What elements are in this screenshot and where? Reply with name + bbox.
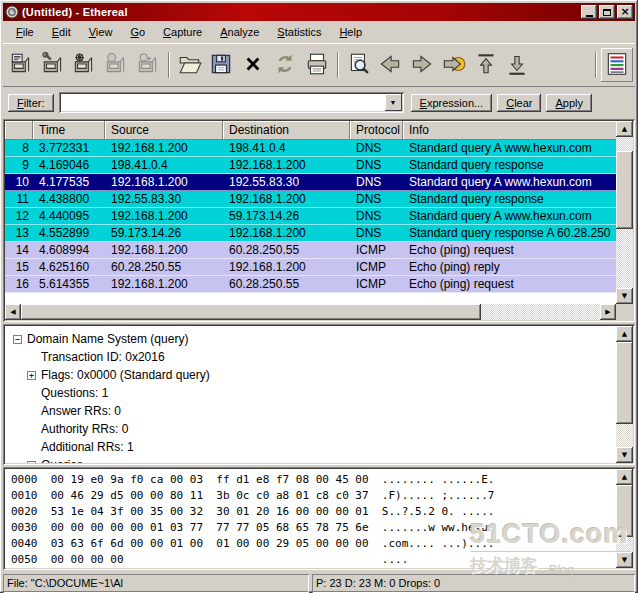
tree-line[interactable]: +Flags: 0x0000 (Standard query) <box>5 366 616 384</box>
packet-list-hscrollbar[interactable]: ◀▶ <box>5 304 616 320</box>
close-button[interactable]: × <box>617 5 633 19</box>
find-button[interactable] <box>343 48 375 82</box>
filter-input[interactable] <box>61 94 381 111</box>
scroll-track[interactable] <box>616 537 633 552</box>
expand-icon[interactable]: + <box>27 371 36 380</box>
cell-info: Standard query response A 60.28.250 <box>403 225 616 242</box>
column-header-destination[interactable]: Destination <box>223 121 350 140</box>
packet-row-15[interactable]: 154.62516060.28.250.55192.168.1.200ICMPE… <box>5 259 616 276</box>
apply-button[interactable]: Apply <box>546 94 592 112</box>
cell-time: 4.608994 <box>33 242 105 259</box>
packet-row-13[interactable]: 134.55289959.173.14.26192.168.1.200DNSSt… <box>5 225 616 242</box>
cell-source: 192.55.83.30 <box>105 191 223 208</box>
packet-list-vscrollbar[interactable]: ▲▼ <box>616 121 633 304</box>
column-header-info[interactable]: Info <box>403 121 616 140</box>
close-file-button[interactable] <box>237 48 269 82</box>
scroll-track[interactable] <box>481 304 600 320</box>
packet-row-12[interactable]: 124.440095192.168.1.20059.173.14.26DNSSt… <box>5 208 616 225</box>
cell-destination: 192.55.83.30 <box>223 174 350 191</box>
capture-start-button[interactable] <box>69 48 101 82</box>
scroll-thumb[interactable] <box>21 304 481 320</box>
filter-button[interactable]: Filter: <box>8 94 54 112</box>
collapse-icon[interactable]: − <box>13 335 22 344</box>
packet-row-16[interactable]: 165.614355192.168.1.20060.28.250.55ICMPE… <box>5 276 616 293</box>
menu-go[interactable]: Go <box>121 23 154 41</box>
goto-packet-button[interactable] <box>438 48 470 82</box>
ethereal-app-icon <box>5 5 19 19</box>
tree-line[interactable]: Additional RRs: 1 <box>5 438 616 456</box>
goto-top-button[interactable] <box>470 48 502 82</box>
column-header-no[interactable] <box>5 121 33 140</box>
cell-info: Echo (ping) request <box>403 276 616 293</box>
open-file-button[interactable] <box>174 48 206 82</box>
save-file-button[interactable] <box>206 48 238 82</box>
scroll-down-icon[interactable]: ▼ <box>616 552 633 568</box>
capture-options-button[interactable] <box>37 48 69 82</box>
cell-protocol: ICMP <box>350 242 403 259</box>
capture-stop-button <box>100 48 132 82</box>
expand-icon[interactable]: + <box>27 461 36 464</box>
titlebar[interactable]: (Untitled) - Ethereal × <box>3 3 635 21</box>
menu-help[interactable]: Help <box>330 23 371 41</box>
tree-line[interactable]: −Domain Name System (query) <box>5 330 616 348</box>
menu-edit[interactable]: Edit <box>43 23 80 41</box>
cell-protocol: DNS <box>350 225 403 242</box>
scroll-thumb[interactable] <box>616 342 633 424</box>
packet-row-9[interactable]: 94.169046198.41.0.4192.168.1.200DNSStand… <box>5 157 616 174</box>
cell-protocol: DNS <box>350 140 403 157</box>
scroll-track[interactable] <box>616 424 633 447</box>
scroll-track[interactable] <box>616 137 633 151</box>
packet-row-10[interactable]: 104.177535192.168.1.200192.55.83.30DNSSt… <box>5 174 616 191</box>
maximize-button[interactable] <box>599 5 615 19</box>
minimize-button[interactable] <box>581 5 597 19</box>
save-file-icon <box>208 51 234 80</box>
packet-row-14[interactable]: 144.608994192.168.1.20060.28.250.55ICMPE… <box>5 242 616 259</box>
scroll-up-icon[interactable]: ▲ <box>616 469 633 485</box>
filter-dropdown-arrow-icon[interactable]: ▼ <box>385 94 402 111</box>
menu-analyze[interactable]: Analyze <box>211 23 268 41</box>
scroll-thumb[interactable] <box>616 485 633 537</box>
detail-vscrollbar[interactable]: ▲▼ <box>616 326 633 463</box>
tree-line[interactable]: +Queries <box>5 456 616 463</box>
scroll-right-icon[interactable]: ▶ <box>600 304 616 320</box>
menu-capture[interactable]: Capture <box>154 23 211 41</box>
go-back-button[interactable] <box>374 48 406 82</box>
hex-line-0050: 0050 00 00 00 00 .... <box>11 552 616 568</box>
go-forward-button[interactable] <box>406 48 438 82</box>
tree-line[interactable]: Transaction ID: 0x2016 <box>5 348 616 366</box>
tree-line[interactable]: Answer RRs: 0 <box>5 402 616 420</box>
scroll-thumb[interactable] <box>616 151 633 229</box>
print-button[interactable] <box>301 48 333 82</box>
reload-button[interactable] <box>269 48 301 82</box>
hex-line-0020: 0020 53 1e 04 3f 00 35 00 32 30 01 20 16… <box>11 504 616 520</box>
scroll-up-icon[interactable]: ▲ <box>616 326 633 342</box>
coloring-rules-button[interactable] <box>601 48 633 82</box>
menu-statistics[interactable]: Statistics <box>268 23 330 41</box>
ethereal-window: (Untitled) - Ethereal × FileEditViewGoCa… <box>0 0 638 593</box>
cell-protocol: DNS <box>350 191 403 208</box>
menu-view[interactable]: View <box>80 23 122 41</box>
clear-button[interactable]: Clear <box>497 94 541 112</box>
goto-bottom-button[interactable] <box>501 48 533 82</box>
scroll-left-icon[interactable]: ◀ <box>5 304 21 320</box>
column-header-time[interactable]: Time <box>33 121 105 140</box>
scroll-up-icon[interactable]: ▲ <box>616 121 633 137</box>
tree-line[interactable]: Questions: 1 <box>5 384 616 402</box>
expression-button[interactable]: Expression... <box>411 94 493 112</box>
capture-restart-icon <box>135 51 161 80</box>
column-header-source[interactable]: Source <box>105 121 223 140</box>
cell-info: Echo (ping) reply <box>403 259 616 276</box>
tree-line[interactable]: Authority RRs: 0 <box>5 420 616 438</box>
list-interfaces-button[interactable] <box>5 48 37 82</box>
hex-vscrollbar[interactable]: ▲▼ <box>616 469 633 568</box>
column-header-protocol[interactable]: Protocol <box>350 121 403 140</box>
cell-info: Standard query A www.hexun.com <box>403 140 616 157</box>
menu-file[interactable]: File <box>7 23 43 41</box>
cell-destination: 192.168.1.200 <box>223 191 350 208</box>
close-icon: × <box>620 7 629 17</box>
scroll-down-icon[interactable]: ▼ <box>616 288 633 304</box>
scroll-down-icon[interactable]: ▼ <box>616 447 633 463</box>
packet-row-8[interactable]: 83.772331192.168.1.200198.41.0.4DNSStand… <box>5 140 616 157</box>
scroll-track[interactable] <box>616 229 633 288</box>
packet-row-11[interactable]: 114.438800192.55.83.30192.168.1.200DNSSt… <box>5 191 616 208</box>
